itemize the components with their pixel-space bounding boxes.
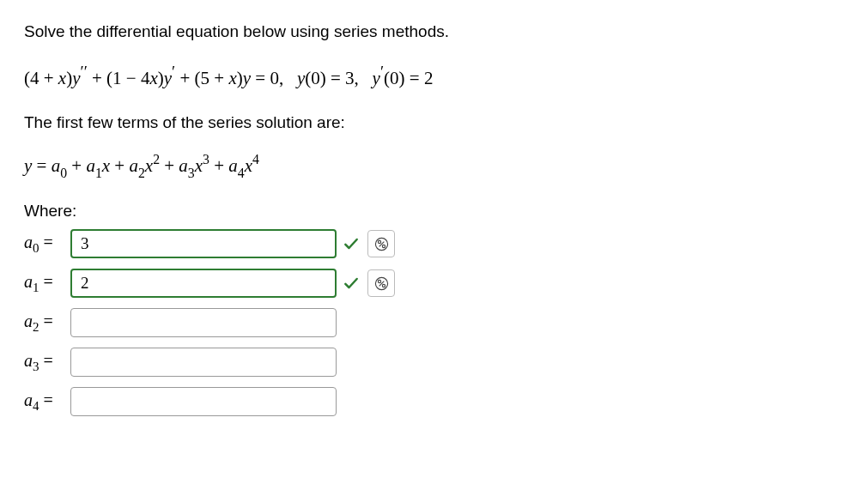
problem-prompt: Solve the differential equation below us… [24,21,844,44]
coeff-input-a0[interactable] [70,229,337,258]
coeff-row-a0: a0 = [24,229,844,258]
check-icon [342,274,361,293]
svg-point-6 [378,280,380,282]
svg-point-3 [382,245,385,247]
show-answer-button[interactable] [367,230,395,257]
svg-line-5 [379,281,384,287]
coeff-row-a4: a4 = [24,387,844,416]
coeff-input-a4[interactable] [70,387,337,416]
svg-point-7 [382,284,385,287]
check-icon [342,234,361,253]
show-answer-button[interactable] [367,269,395,297]
coeff-row-a1: a1 = [24,269,844,298]
svg-point-2 [378,240,380,243]
coeff-label-a2: a2 = [24,312,65,335]
svg-line-1 [379,242,384,247]
where-label: Where: [24,202,844,221]
series-intro: The first few terms of the series soluti… [24,112,844,135]
coeff-label-a0: a0 = [24,233,65,256]
series-expansion: y = a0 + a1x + a2x2 + a3x3 + a4x4 [24,153,844,179]
coeff-row-a3: a3 = [24,348,844,377]
coeff-label-a4: a4 = [24,390,65,414]
coeff-label-a3: a3 = [24,351,65,374]
coeff-input-a3[interactable] [70,348,337,377]
coeff-input-a2[interactable] [70,308,337,337]
coeff-input-a1[interactable] [70,269,337,298]
coeff-label-a1: a1 = [24,272,65,295]
coeff-row-a2: a2 = [24,308,844,337]
differential-equation: (4 + x)y′′ + (1 − 4x)y′ + (5 + x)y = 0, … [24,63,844,89]
